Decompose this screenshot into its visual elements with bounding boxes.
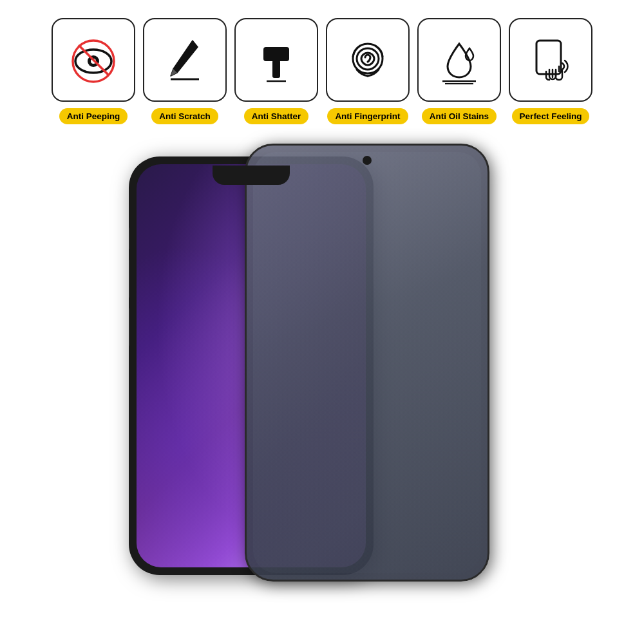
anti-scratch-icon-box bbox=[143, 18, 227, 102]
hammer-icon bbox=[251, 34, 302, 86]
pen-tool-icon bbox=[159, 34, 211, 86]
water-drop-icon bbox=[433, 34, 485, 86]
anti-oil-label: Anti Oil Stains bbox=[422, 108, 497, 124]
svg-rect-11 bbox=[536, 41, 561, 74]
feature-anti-fingerprint: Anti Fingerprint bbox=[326, 18, 410, 124]
anti-shatter-icon-box bbox=[234, 18, 318, 102]
camera-dot bbox=[363, 156, 372, 165]
phone-silent-button bbox=[129, 227, 129, 250]
feature-anti-shatter: Anti Shatter bbox=[234, 18, 318, 124]
phone-vol-up-button bbox=[129, 260, 129, 298]
anti-fingerprint-icon-box bbox=[326, 18, 410, 102]
privacy-glass-protector bbox=[245, 144, 489, 582]
perfect-feeling-icon-box bbox=[509, 18, 592, 102]
anti-oil-icon-box bbox=[417, 18, 501, 102]
eye-slash-icon bbox=[68, 34, 119, 86]
feature-perfect-feeling: Perfect Feeling bbox=[509, 18, 592, 124]
anti-fingerprint-label: Anti Fingerprint bbox=[327, 108, 408, 124]
svg-rect-7 bbox=[272, 60, 280, 78]
phone-vol-down-button bbox=[129, 308, 129, 346]
fingerprint-icon bbox=[342, 34, 393, 86]
phone-section bbox=[0, 144, 644, 607]
phone-notch bbox=[213, 166, 290, 185]
anti-peeping-icon-box bbox=[52, 18, 135, 102]
anti-scratch-label: Anti Scratch bbox=[151, 108, 218, 124]
glass-camera-hole bbox=[363, 156, 372, 165]
perfect-feeling-label: Perfect Feeling bbox=[512, 108, 590, 124]
anti-peeping-label: Anti Peeping bbox=[59, 108, 128, 124]
features-row: Anti Peeping Anti Scratch bbox=[0, 0, 644, 137]
touch-icon bbox=[525, 34, 576, 86]
feature-anti-peeping: Anti Peeping bbox=[52, 18, 135, 124]
phone-wrapper bbox=[116, 144, 528, 594]
feature-anti-scratch: Anti Scratch bbox=[143, 18, 227, 124]
anti-shatter-label: Anti Shatter bbox=[244, 108, 309, 124]
svg-rect-6 bbox=[263, 47, 289, 61]
feature-anti-oil: Anti Oil Stains bbox=[417, 18, 501, 124]
